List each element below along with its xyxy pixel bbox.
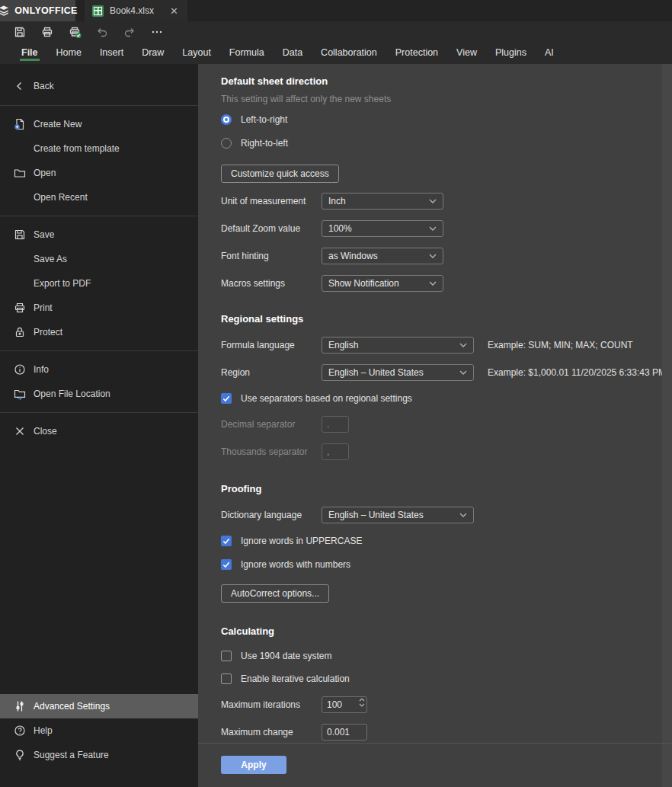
use-1904-date-system-checkbox[interactable]: Use 1904 date system [221, 649, 672, 663]
customize-quick-access-button[interactable]: Customize quick access [221, 165, 339, 183]
formula-language-select[interactable]: English [322, 337, 474, 354]
scrollbar[interactable] [662, 64, 672, 787]
maximum-change-input[interactable] [322, 724, 367, 741]
sidebar-item-close[interactable]: Close [0, 419, 198, 443]
sidebar-item-save-as[interactable]: Save As [0, 247, 198, 271]
decimal-separator-row: Decimal separator [221, 416, 672, 433]
quick-print-button[interactable] [61, 22, 88, 42]
chevron-down-icon [429, 198, 437, 204]
sidebar-item-back[interactable]: Back [0, 73, 198, 99]
tab-data[interactable]: Data [274, 43, 312, 62]
thousands-separator-input[interactable] [322, 443, 349, 460]
brand-name: ONLYOFFICE [14, 5, 77, 16]
folder-icon [14, 167, 26, 179]
tab-collaboration[interactable]: Collaboration [312, 43, 386, 62]
sidebar-divider [0, 216, 198, 216]
save-icon [14, 26, 26, 38]
file-menu-body: Back Create New Create from template [0, 64, 672, 787]
formula-language-example: Example: SUM; MIN; MAX; COUNT [488, 340, 633, 350]
tab-layout[interactable]: Layout [173, 43, 220, 62]
enable-iterative-calculation-checkbox[interactable]: Enable iterative calculation [221, 672, 672, 686]
sidebar-item-info[interactable]: Info [0, 357, 198, 382]
dictionary-language-select[interactable]: English – United States [322, 507, 474, 523]
radio-right-to-left[interactable]: Right-to-left [221, 136, 672, 150]
sidebar-divider [0, 412, 198, 413]
sidebar-item-open-file-location[interactable]: Open File Location [0, 382, 198, 406]
sidebar-item-open-recent[interactable]: Open Recent [0, 185, 198, 210]
redo-button[interactable] [116, 22, 143, 42]
question-icon [14, 725, 26, 737]
save-button[interactable] [6, 22, 34, 42]
decimal-separator-input[interactable] [322, 416, 349, 433]
print-icon [41, 26, 53, 38]
sidebar-item-print[interactable]: Print [0, 296, 198, 320]
tab-home[interactable]: Home [47, 43, 91, 62]
chevron-down-icon [459, 370, 467, 376]
tab-plugins[interactable]: Plugins [486, 43, 536, 62]
chevron-down-icon [429, 226, 437, 232]
sidebar-item-suggest-a-feature[interactable]: Suggest a Feature [0, 743, 198, 767]
region-row: Region English – United States Example: … [221, 364, 672, 381]
checkbox-icon [221, 651, 232, 661]
sidebar-item-advanced-settings[interactable]: Advanced Settings [0, 694, 198, 718]
sidebar-item-open[interactable]: Open [0, 161, 198, 185]
chevron-down-icon [429, 280, 437, 286]
sidebar-item-create-new[interactable]: Create New [0, 112, 198, 136]
more-toolbar-button[interactable] [143, 22, 171, 42]
spinner-buttons[interactable] [359, 698, 365, 707]
section-title-calculating: Calculating [221, 625, 672, 637]
sheet-direction-note: This setting will affect only the new sh… [221, 94, 672, 104]
autocorrect-options-button[interactable]: AutoCorrect options... [221, 584, 329, 603]
radio-icon [221, 138, 232, 149]
maximum-change-row: Maximum change [221, 724, 672, 741]
section-title-regional: Regional settings [221, 313, 672, 325]
tab-ai[interactable]: AI [536, 43, 563, 62]
tab-formula[interactable]: Formula [220, 43, 274, 62]
use-separators-checkbox[interactable]: Use separators based on regional setting… [221, 392, 672, 405]
tab-file[interactable]: File [12, 43, 47, 62]
chevron-down-icon [429, 253, 437, 259]
macros-settings-select[interactable]: Show Notification [322, 275, 443, 292]
onlyoffice-app: ONLYOFFICE Book4.xlsx ✕ [0, 0, 672, 787]
folder-open-location-icon [14, 388, 26, 400]
apply-footer: Apply [198, 743, 672, 787]
apply-button[interactable]: Apply [221, 756, 286, 774]
region-select[interactable]: English – United States [322, 364, 474, 381]
file-menu-sidebar: Back Create New Create from template [0, 64, 198, 787]
tab-protection[interactable]: Protection [386, 43, 447, 62]
ellipsis-icon [151, 26, 163, 38]
spreadsheet-icon [92, 5, 104, 17]
macros-settings-row: Macros settings Show Notification [221, 275, 672, 292]
dictionary-language-row: Dictionary language English – United Sta… [221, 507, 672, 523]
checkbox-icon [221, 559, 232, 570]
ignore-uppercase-checkbox[interactable]: Ignore words in UPPERCASE [221, 534, 672, 548]
default-zoom-row: Default Zoom value 100% [221, 220, 672, 237]
onlyoffice-logo[interactable]: ONLYOFFICE [0, 0, 75, 21]
default-zoom-select[interactable]: 100% [322, 220, 443, 237]
spinner-down-icon [359, 703, 365, 707]
info-icon [14, 363, 26, 376]
print-button[interactable] [34, 22, 61, 42]
region-example: Example: $1,000.01 11/20/2025 6:33:43 PM [488, 367, 666, 378]
document-tab[interactable]: Book4.xlsx ✕ [85, 0, 187, 21]
tab-view[interactable]: View [447, 43, 486, 62]
redo-icon [123, 26, 136, 38]
sidebar-item-create-from-template[interactable]: Create from template [0, 136, 198, 161]
tab-draw[interactable]: Draw [133, 43, 173, 62]
sidebar-item-export-to-pdf[interactable]: Export to PDF [0, 271, 198, 296]
ignore-numbers-checkbox[interactable]: Ignore words with numbers [221, 558, 672, 571]
font-hinting-row: Font hinting as Windows [221, 248, 672, 264]
close-icon [14, 425, 26, 437]
radio-left-to-right[interactable]: Left-to-right [221, 113, 672, 126]
sidebar-item-save[interactable]: Save [0, 222, 198, 247]
unit-of-measurement-select[interactable]: Inch [322, 193, 443, 210]
undo-button[interactable] [88, 22, 116, 42]
maximum-iterations-row: Maximum iterations [221, 696, 672, 713]
section-title-proofing: Proofing [221, 483, 672, 494]
sidebar-item-protect[interactable]: Protect [0, 320, 198, 344]
radio-icon [221, 114, 232, 125]
tab-close-icon[interactable]: ✕ [168, 5, 180, 17]
font-hinting-select[interactable]: as Windows [322, 248, 443, 264]
tab-insert[interactable]: Insert [91, 43, 133, 62]
sidebar-item-help[interactable]: Help [0, 718, 198, 743]
